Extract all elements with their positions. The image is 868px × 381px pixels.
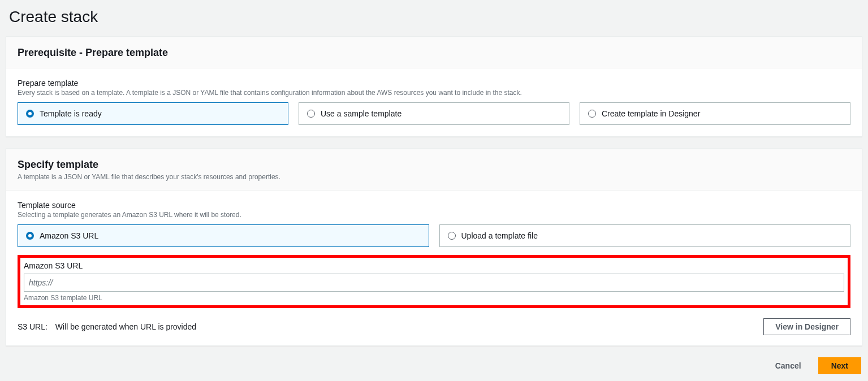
page-title: Create stack <box>9 8 862 26</box>
s3-url-input[interactable] <box>24 274 844 292</box>
radio-icon <box>588 110 596 118</box>
prerequisite-header: Prerequisite - Prepare template <box>6 37 862 68</box>
template-source-label: Template source <box>18 201 850 210</box>
option-label: Use a sample template <box>321 109 401 118</box>
radio-icon <box>26 110 34 118</box>
option-create-in-designer[interactable]: Create template in Designer <box>580 102 850 125</box>
view-in-designer-button[interactable]: View in Designer <box>763 318 850 335</box>
specify-template-subtitle: A template is a JSON or YAML file that d… <box>18 173 850 181</box>
prepare-template-label: Prepare template <box>18 79 850 88</box>
specify-template-header: Specify template A template is a JSON or… <box>6 149 862 190</box>
option-template-ready[interactable]: Template is ready <box>18 102 288 125</box>
option-label: Template is ready <box>40 109 102 118</box>
prepare-template-desc: Every stack is based on a template. A te… <box>18 89 850 97</box>
s3-url-field-label: Amazon S3 URL <box>24 261 844 270</box>
option-amazon-s3-url[interactable]: Amazon S3 URL <box>18 224 429 247</box>
prerequisite-heading: Prerequisite - Prepare template <box>18 47 850 59</box>
s3-url-status-value: Will be generated when URL is provided <box>55 322 196 331</box>
specify-footer: S3 URL: Will be generated when URL is pr… <box>6 308 862 345</box>
s3-url-helper: Amazon S3 template URL <box>24 294 844 302</box>
template-source-desc: Selecting a template generates an Amazon… <box>18 211 850 219</box>
radio-icon <box>448 232 456 240</box>
radio-icon <box>26 232 34 240</box>
option-use-sample-template[interactable]: Use a sample template <box>299 102 569 125</box>
s3-url-status-label: S3 URL: <box>18 322 47 331</box>
specify-template-heading: Specify template <box>18 159 850 171</box>
option-label: Upload a template file <box>461 231 538 240</box>
s3-url-highlight: Amazon S3 URL Amazon S3 template URL <box>18 255 850 308</box>
option-upload-template-file[interactable]: Upload a template file <box>439 224 851 247</box>
s3-url-status: S3 URL: Will be generated when URL is pr… <box>18 322 196 331</box>
option-label: Create template in Designer <box>602 109 700 118</box>
option-label: Amazon S3 URL <box>40 231 98 240</box>
template-source-options: Amazon S3 URL Upload a template file <box>18 224 850 247</box>
radio-icon <box>307 110 315 118</box>
next-button[interactable]: Next <box>818 357 861 374</box>
wizard-actions: Cancel Next <box>6 357 862 374</box>
prepare-template-options: Template is ready Use a sample template … <box>18 102 850 125</box>
specify-template-panel: Specify template A template is a JSON or… <box>6 148 862 346</box>
prerequisite-panel: Prerequisite - Prepare template Prepare … <box>6 36 862 137</box>
cancel-button[interactable]: Cancel <box>764 357 813 374</box>
